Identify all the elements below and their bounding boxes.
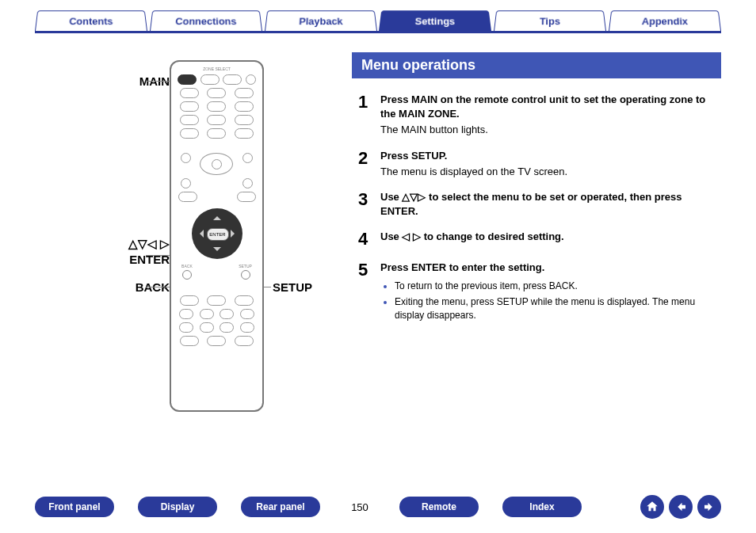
step-3-num: 3 [358, 190, 380, 219]
btn-sleep [223, 74, 242, 85]
step-4-num: 4 [358, 230, 380, 249]
btn-power [246, 74, 256, 85]
t2 [207, 295, 226, 306]
step-1-title: Press MAIN on the remote control unit to… [380, 93, 721, 121]
src1 [180, 88, 199, 98]
tab-tips[interactable]: Tips [494, 10, 606, 31]
section-title: Menu operations [352, 52, 721, 78]
src9 [235, 115, 254, 125]
remote-illustration: MAIN △▽◁ ▷ ENTER BACK SETUP ZONE SELECT [35, 52, 352, 424]
src12 [235, 128, 254, 139]
s3 [220, 322, 234, 333]
s4 [240, 322, 254, 333]
tab-playback[interactable]: Playback [265, 10, 377, 31]
label-arrows-enter: △▽◁ ▷ ENTER [128, 236, 170, 267]
nav-remote[interactable]: Remote [399, 497, 479, 517]
back-btn-label: BACK [181, 264, 193, 268]
s2 [200, 322, 214, 333]
info-btn [178, 192, 197, 202]
src7 [180, 115, 199, 125]
src5 [207, 101, 226, 112]
b1 [180, 336, 199, 346]
back-button [182, 270, 192, 280]
q3 [220, 309, 234, 319]
vol-dn [242, 178, 253, 188]
src4 [180, 101, 199, 112]
dpad-up-icon [213, 212, 221, 220]
src6 [235, 101, 254, 112]
step-3-title: Use △▽▷ to select the menu to be set or … [380, 190, 721, 219]
label-setup: SETUP [273, 280, 312, 294]
src3 [235, 88, 254, 98]
step-5-title: Press ENTER to enter the setting. [380, 261, 721, 275]
prev-page-button[interactable] [669, 495, 693, 519]
step-5-num: 5 [358, 261, 380, 326]
src11 [207, 128, 226, 139]
setup-btn-label: SETUP [239, 264, 252, 268]
dpad-down-icon [213, 247, 221, 255]
b3 [235, 336, 254, 346]
step-2-note: The menu is displayed on the TV screen. [380, 165, 721, 179]
step-1-note: The MAIN button lights. [380, 123, 721, 137]
arrow-left-icon [674, 500, 688, 514]
arrow-glyphs-4: ◁ ▷ [402, 230, 421, 242]
step-1-num: 1 [358, 93, 380, 138]
b2 [207, 336, 226, 346]
tab-settings[interactable]: Settings [379, 10, 491, 31]
enter-button: ENTER [207, 228, 229, 241]
step-5-bullet-1: To return to the previous item, press BA… [395, 280, 721, 293]
btn-main [178, 74, 197, 85]
nav-index[interactable]: Index [502, 497, 582, 517]
t1 [180, 295, 199, 306]
q4 [240, 309, 254, 319]
ch-dn [181, 178, 191, 188]
dpad: ENTER [192, 208, 242, 259]
option-btn [237, 192, 256, 202]
src2 [207, 88, 226, 98]
vol-up [242, 153, 253, 163]
step-4-title: Use ◁ ▷ to change to desired setting. [380, 230, 721, 244]
step-5: 5 Press ENTER to enter the setting. To r… [358, 261, 721, 326]
arrow-glyphs: △▽◁ ▷ [128, 237, 170, 250]
q1 [179, 309, 193, 319]
dpad-right-icon [231, 230, 239, 238]
nav-display[interactable]: Display [138, 497, 217, 517]
arrow-right-icon [702, 500, 716, 514]
step-4: 4 Use ◁ ▷ to change to desired setting. [358, 230, 721, 249]
setup-button [241, 270, 250, 280]
q2 [200, 309, 214, 319]
step-5-bullet-2: Exiting the menu, press SETUP while the … [395, 295, 721, 322]
nav-rear-panel[interactable]: Rear panel [241, 497, 320, 517]
btn-zone2 [200, 74, 220, 85]
remote-control: ZONE SELECT [170, 60, 264, 412]
step-2-num: 2 [358, 149, 380, 179]
step-3: 3 Use △▽▷ to select the menu to be set o… [358, 190, 721, 219]
step-2-title: Press SETUP. [380, 149, 721, 163]
step-1: 1 Press MAIN on the remote control unit … [358, 93, 721, 138]
mute-ring [200, 153, 233, 175]
nav-front-panel[interactable]: Front panel [35, 497, 114, 517]
step-2: 2 Press SETUP. The menu is displayed on … [358, 149, 721, 179]
home-button[interactable] [640, 495, 664, 519]
tab-appendix[interactable]: Appendix [609, 10, 721, 31]
next-page-button[interactable] [697, 495, 721, 519]
t3 [235, 295, 254, 306]
arrow-glyphs-3: △▽▷ [402, 191, 426, 203]
ch-up [181, 153, 191, 163]
tab-contents[interactable]: Contents [35, 10, 147, 31]
page-number: 150 [344, 501, 376, 513]
home-icon [645, 500, 659, 514]
dpad-left-icon [196, 230, 204, 238]
src8 [207, 115, 226, 125]
s1 [179, 322, 193, 333]
tab-connections[interactable]: Connections [150, 10, 262, 31]
zone-select-label: ZONE SELECT [171, 67, 262, 71]
src10 [180, 128, 199, 139]
